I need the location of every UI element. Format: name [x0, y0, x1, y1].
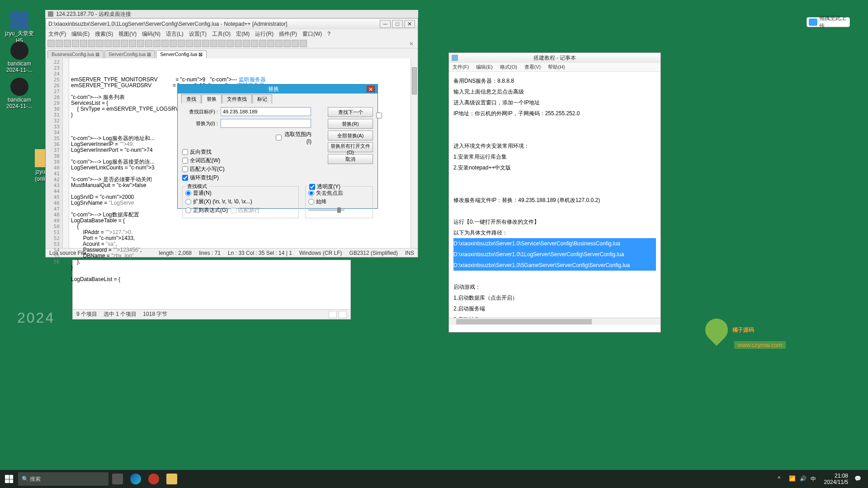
start-button[interactable] — [0, 470, 18, 488]
tray-chevron-icon[interactable]: ^ — [778, 475, 785, 483]
tut-body[interactable]: 备用DNS服务器：8.8.8.8输入完上面信息之后点击高级进入高级设置窗口，添加… — [449, 72, 660, 325]
npp-tabs[interactable]: BusinessConfig.lua ⊠ServerConfig.lua ⊠Se… — [46, 48, 418, 58]
toolbar-button[interactable] — [113, 40, 120, 47]
tray-volume-icon[interactable]: 🔊 — [800, 475, 807, 483]
menu-item[interactable]: 工具(O) — [209, 29, 233, 39]
system-tray[interactable]: ^ 📶 🔊 中 21:08 2024/11/5 💬 — [776, 473, 868, 485]
whole-word-check[interactable] — [182, 158, 188, 164]
toolbar-button[interactable] — [178, 40, 185, 47]
toolbar-button[interactable] — [267, 40, 274, 47]
menu-item[interactable]: 文件(F) — [449, 63, 472, 71]
mode-extended-radio[interactable] — [185, 199, 191, 205]
menu-item[interactable]: 运行(R) — [252, 29, 276, 39]
recorder-button[interactable] — [145, 470, 163, 488]
menu-item[interactable]: 设置(T) — [186, 29, 209, 39]
toolbar-button[interactable] — [243, 40, 250, 47]
taskbar[interactable]: 🔍 搜索 ^ 📶 🔊 中 21:08 2024/11/5 💬 — [0, 470, 868, 488]
match-case-check[interactable] — [182, 166, 188, 172]
view-details-icon[interactable] — [329, 311, 337, 318]
toolbar-button[interactable] — [186, 40, 193, 47]
toolbar-button[interactable] — [137, 40, 144, 47]
menu-item[interactable]: ? — [325, 30, 333, 38]
toolbar-button[interactable] — [259, 40, 266, 47]
close-button[interactable]: ✕ — [404, 20, 415, 28]
toolbar-button[interactable] — [275, 40, 283, 47]
rdp-titlebar[interactable]: 124.223.187.70 - 远程桌面连接 — [45, 10, 418, 18]
notifications-icon[interactable]: 💬 — [854, 475, 862, 483]
menu-item[interactable]: 文件(F) — [46, 29, 69, 39]
npp-titlebar[interactable]: D:\xiaoxinbsuzbx\Server1.0\1LogServer\Se… — [46, 19, 418, 29]
toolbar-button[interactable] — [235, 40, 242, 47]
toolbar-button[interactable] — [72, 40, 79, 47]
scroll-thumb[interactable] — [456, 319, 592, 324]
transparency-check[interactable] — [309, 184, 315, 190]
replace-all-button[interactable]: 全部替换(A) — [328, 131, 373, 141]
fold-gutter[interactable] — [63, 58, 69, 248]
menu-item[interactable]: 编辑(E) — [472, 63, 496, 71]
npp-menubar[interactable]: 文件(F)编辑(E)搜索(S)视图(V)编码(N)语言(L)设置(T)工具(O)… — [46, 29, 418, 38]
reverse-check[interactable] — [182, 149, 188, 155]
trans-onlose-radio[interactable] — [308, 190, 314, 196]
dialog-tabs[interactable]: 查找替换文件查找标记 — [178, 94, 377, 103]
find-next-button[interactable]: 查找下一个 — [328, 107, 373, 117]
find-input[interactable] — [221, 107, 311, 116]
menu-item[interactable]: 窗口(W) — [300, 29, 325, 39]
menu-item[interactable]: 编辑(E) — [69, 29, 92, 39]
maximize-button[interactable]: □ — [392, 20, 403, 28]
pin-icon[interactable] — [48, 11, 53, 17]
dialog-titlebar[interactable]: 替换 ✕ — [178, 84, 377, 94]
taskbar-search[interactable]: 🔍 搜索 — [18, 472, 108, 486]
editor-tab[interactable]: ServerConfig.lua ⊠ — [156, 50, 207, 58]
menu-item[interactable]: 插件(P) — [276, 29, 300, 39]
toolbar-button[interactable] — [218, 40, 226, 47]
toolbar-button[interactable] — [210, 40, 217, 47]
editor-tab[interactable]: BusinessConfig.lua ⊠ — [47, 50, 104, 58]
edge-button[interactable] — [127, 470, 145, 488]
toolbar-button[interactable] — [96, 40, 104, 47]
dialog-tab[interactable]: 标记 — [252, 94, 272, 103]
toolbar-button[interactable] — [161, 40, 169, 47]
close-doc-button[interactable]: ✕ — [408, 40, 415, 47]
toolbar-button[interactable] — [194, 40, 201, 47]
tray-ime-icon[interactable]: 中 — [811, 475, 818, 483]
toolbar-button[interactable] — [88, 40, 95, 47]
toolbar-button[interactable] — [283, 40, 291, 47]
wrap-check[interactable] — [182, 175, 188, 181]
explorer-button[interactable] — [163, 470, 181, 488]
desktop-icon[interactable]: jzyu_天堂变H5 — [4, 11, 35, 44]
upload-button[interactable]: 拖拽至此上传 — [807, 17, 850, 27]
menu-item[interactable]: 视图(V) — [116, 29, 139, 39]
dialog-close-button[interactable]: ✕ — [367, 86, 375, 92]
dialog-tab[interactable]: 查找 — [181, 94, 201, 103]
replace-in-open-button[interactable]: 替换所有打开文件(O) — [328, 142, 373, 152]
mode-normal-radio[interactable] — [185, 190, 191, 196]
toolbar-button[interactable] — [104, 40, 112, 47]
desktop-icon[interactable]: bandicam 2024-11-... — [4, 42, 35, 73]
task-view-button[interactable] — [108, 470, 127, 488]
tut-menubar[interactable]: 文件(F)编辑(E)格式(O)查看(V)帮助(H) — [449, 63, 660, 72]
toolbar-button[interactable] — [47, 40, 55, 47]
slider-knob[interactable] — [337, 207, 341, 213]
menu-item[interactable]: 搜索(S) — [92, 29, 116, 39]
replace-button[interactable]: 替换(R) — [328, 119, 373, 129]
view-icons-icon[interactable] — [339, 311, 347, 318]
mode-regex-radio[interactable] — [185, 207, 191, 213]
toolbar-button[interactable] — [129, 40, 136, 47]
toolbar-button[interactable] — [64, 40, 71, 47]
trans-always-radio[interactable] — [308, 199, 314, 205]
vertical-scrollbar[interactable] — [410, 58, 418, 248]
editor-tab[interactable]: ServerConfig.lua ⊠ — [104, 50, 155, 58]
toolbar-button[interactable] — [145, 40, 152, 47]
toolbar-button[interactable] — [226, 40, 234, 47]
tray-network-icon[interactable]: 📶 — [789, 475, 796, 483]
toolbar-button[interactable] — [300, 40, 307, 47]
toolbar-button[interactable] — [56, 40, 63, 47]
toolbar-button[interactable] — [153, 40, 160, 47]
menu-item[interactable]: 帮助(H) — [544, 63, 568, 71]
desktop-icon[interactable]: bandicam 2024-11-... — [4, 78, 35, 109]
minimize-button[interactable]: ─ — [380, 20, 391, 28]
menu-item[interactable]: 语言(L) — [163, 29, 186, 39]
in-selection-check[interactable] — [276, 135, 282, 141]
tut-titlebar[interactable]: 搭建教程 - 记事本 — [449, 53, 660, 63]
transparency-slider[interactable] — [308, 209, 344, 211]
